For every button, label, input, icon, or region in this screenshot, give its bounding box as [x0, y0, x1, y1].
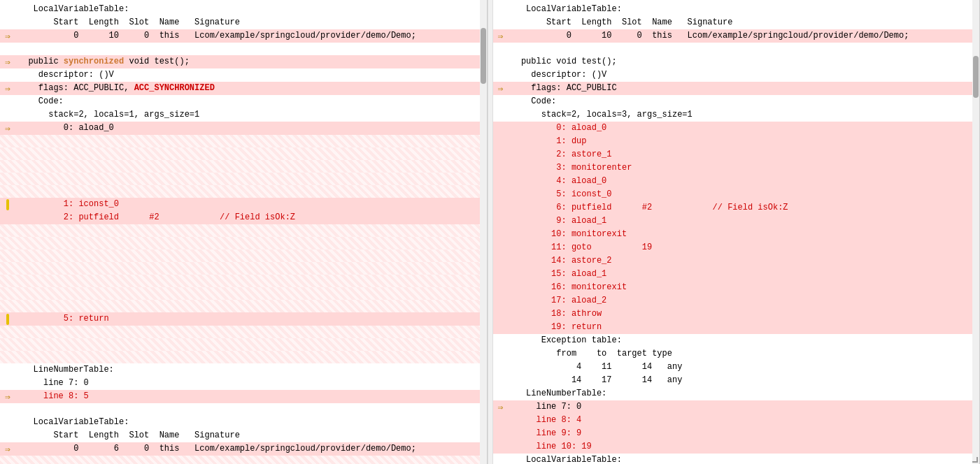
line-gutter	[0, 16, 15, 29]
line-text: Start Length Slot Name Signature	[15, 429, 487, 442]
code-line: stack=2, locals=1, args_size=1	[0, 108, 487, 122]
line-text: Start Length Slot Name Signature	[15, 16, 487, 29]
arrow-icon: ⇒	[5, 444, 10, 455]
code-line: from to target type	[493, 347, 980, 361]
line-gutter	[493, 108, 509, 122]
line-text: LineNumberTable:	[15, 363, 487, 377]
code-line: ⇒ 0 6 0 this Lcom/example/springcloud/pr…	[0, 442, 487, 456]
line-text	[15, 135, 487, 147]
code-line: ⇒ line 8: 5	[0, 390, 487, 403]
line-gutter	[493, 43, 509, 55]
code-line: ⇒ 0: aload_0	[0, 122, 487, 135]
code-line: 17: aload_2	[493, 294, 980, 307]
code-line: line 9: 9	[493, 427, 980, 440]
line-text	[15, 249, 487, 262]
code-line	[0, 160, 487, 173]
code-line: line 10: 19	[493, 440, 980, 454]
line-gutter: ⇒	[0, 82, 15, 95]
line-gutter	[0, 363, 15, 377]
code-line: LineNumberTable:	[493, 387, 980, 400]
line-gutter: ⇒	[0, 390, 15, 403]
line-text: 3: monitorenter	[509, 161, 980, 175]
left-scrollbar[interactable]	[480, 0, 487, 464]
line-gutter	[493, 228, 509, 241]
line-gutter	[493, 334, 509, 347]
code-line	[0, 262, 487, 275]
code-line	[0, 287, 487, 300]
line-gutter	[0, 326, 15, 338]
code-line: ⇒ public synchronized void test();	[0, 55, 487, 68]
line-gutter	[0, 147, 15, 160]
line-text: line 10: 19	[509, 440, 980, 454]
line-text: 17: aload_2	[509, 294, 980, 307]
code-line: 18: athrow	[493, 307, 980, 321]
line-text: 14: astore_2	[509, 254, 980, 268]
code-line: 6: putfield #2 // Field isOk:Z	[493, 201, 980, 215]
code-line: Code:	[493, 95, 980, 108]
code-line: ⇒ line 7: 0	[493, 400, 980, 414]
line-gutter	[493, 201, 509, 215]
code-line	[493, 43, 980, 55]
line-text	[15, 160, 487, 173]
code-line: 4: aload_0	[493, 175, 980, 188]
code-line: 5: iconst_0	[493, 188, 980, 201]
line-gutter	[0, 173, 15, 185]
line-text	[15, 456, 487, 464]
line-gutter	[493, 307, 509, 321]
line-gutter	[0, 416, 15, 429]
code-line: Code:	[0, 95, 487, 108]
line-gutter	[493, 3, 509, 16]
code-line	[0, 237, 487, 249]
line-text	[15, 173, 487, 185]
left-scrollbar-thumb[interactable]	[481, 28, 486, 84]
line-text: 1: iconst_0	[15, 198, 487, 211]
line-text: Code:	[509, 95, 980, 108]
line-gutter	[493, 294, 509, 307]
line-text: Exception table:	[509, 334, 980, 347]
code-line	[0, 456, 487, 464]
line-gutter	[493, 361, 509, 374]
code-line	[0, 135, 487, 147]
arrow-icon: ⇒	[5, 391, 10, 403]
right-scrollbar-thumb[interactable]	[973, 56, 979, 98]
line-text: 9: aload_1	[509, 215, 980, 228]
right-pane-content[interactable]: LocalVariableTable: Start Length Slot Na…	[493, 0, 980, 464]
pane-divider	[488, 0, 493, 464]
line-text: 5: return	[15, 312, 487, 326]
line-text: Code:	[15, 95, 487, 108]
line-gutter	[493, 188, 509, 201]
line-gutter	[493, 68, 509, 82]
line-gutter	[0, 135, 15, 147]
line-text: public synchronized void test();	[15, 55, 487, 68]
line-gutter: ⇒	[0, 122, 15, 135]
line-gutter	[493, 254, 509, 268]
line-text: LocalVariableTable:	[509, 454, 980, 464]
code-line: 5: return	[0, 312, 487, 326]
line-text	[15, 237, 487, 249]
line-text: 1: dup	[509, 135, 980, 148]
line-gutter	[0, 275, 15, 287]
resize-handle[interactable]	[970, 454, 978, 463]
code-line: 14: astore_2	[493, 254, 980, 268]
arrow-icon: ⇒	[498, 31, 504, 42]
code-line: 2: putfield #2 // Field isOk:Z	[0, 211, 487, 224]
arrow-icon: ⇒	[498, 402, 504, 413]
line-gutter	[493, 440, 509, 454]
line-gutter	[493, 414, 509, 427]
code-line: descriptor: ()V	[0, 68, 487, 82]
arrow-icon: ⇒	[498, 83, 504, 94]
line-gutter	[493, 347, 509, 361]
line-text: from to target type	[509, 347, 980, 361]
line-text: line 7: 0	[509, 400, 980, 414]
line-gutter	[493, 55, 509, 68]
line-gutter	[0, 249, 15, 262]
line-text: line 8: 4	[509, 414, 980, 427]
arrow-icon: ⇒	[5, 83, 10, 94]
code-line: ⇒ 0 10 0 this Lcom/example/springcloud/p…	[0, 29, 487, 43]
right-scrollbar[interactable]	[972, 0, 979, 464]
left-pane-content[interactable]: LocalVariableTable: Start Length Slot Na…	[0, 0, 487, 464]
yellow-bar-icon	[6, 314, 9, 325]
code-line: 16: monitorexit	[493, 281, 980, 294]
line-gutter	[0, 237, 15, 249]
line-gutter	[493, 387, 509, 400]
